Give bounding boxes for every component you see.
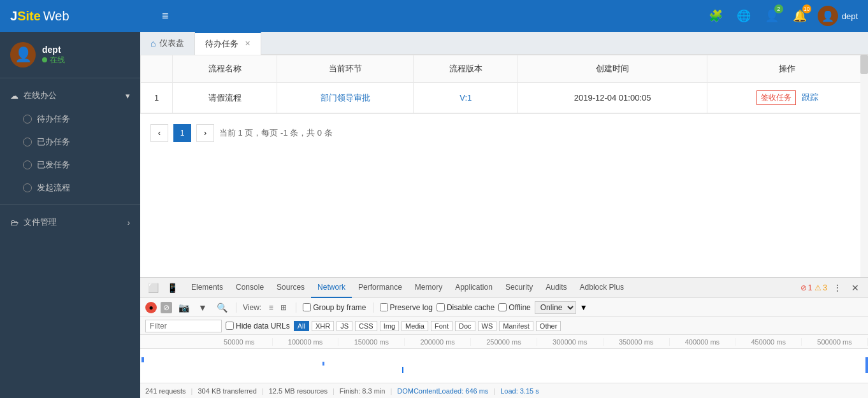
- col-action: 操作: [707, 55, 867, 83]
- sep2: |: [262, 387, 264, 395]
- device-icon[interactable]: 📱: [164, 280, 180, 295]
- separator-3: [373, 302, 373, 313]
- camera-button[interactable]: 📷: [176, 300, 191, 315]
- tab-dashboard[interactable]: ⌂ 仪表盘: [140, 32, 195, 55]
- status-bar: 241 requests | 304 KB transferred | 12.5…: [140, 383, 868, 398]
- col-index: [141, 55, 173, 83]
- next-page-button[interactable]: ›: [196, 124, 214, 142]
- main-layout: 👤 dept 在线 ☁ 在线办公 ▾ 待办任务: [0, 32, 868, 398]
- filter-media-button[interactable]: Media: [401, 321, 428, 331]
- filter-input[interactable]: [145, 320, 222, 332]
- record-button[interactable]: ●: [145, 302, 157, 313]
- filter-font-button[interactable]: Font: [431, 321, 452, 331]
- inspect-icon[interactable]: ⬜: [145, 280, 161, 295]
- timeline-bar-mid1: [322, 362, 324, 366]
- version-link[interactable]: V:1: [459, 93, 472, 103]
- filter-other-button[interactable]: Other: [536, 321, 561, 331]
- header-right: 🧩 🌐 👤 2 🔔 10 👤 dept: [705, 6, 858, 26]
- user-area[interactable]: 👤 dept: [818, 6, 858, 26]
- devtools-tab-performance[interactable]: Performance: [352, 278, 409, 298]
- filter-all-button[interactable]: All: [294, 321, 309, 331]
- puzzle-icon[interactable]: 🧩: [705, 6, 726, 26]
- filter-xhr-button[interactable]: XHR: [312, 321, 334, 331]
- office-label: 在线办公: [24, 90, 57, 101]
- offline-label[interactable]: Offline: [498, 303, 530, 312]
- devtools-tab-elements[interactable]: Elements: [185, 278, 229, 298]
- hide-data-urls-checkbox[interactable]: [226, 322, 234, 330]
- view-icons: ≡ ⊞: [265, 302, 289, 313]
- disable-cache-checkbox[interactable]: [437, 303, 445, 311]
- sign-task-button[interactable]: 签收任务: [756, 90, 796, 105]
- chevron-down-icon: ▾: [126, 91, 130, 101]
- sidebar-item-sent[interactable]: 已发任务: [0, 153, 140, 176]
- devtools-tab-sources[interactable]: Sources: [270, 278, 311, 298]
- separator-1: [236, 302, 236, 313]
- devtools-tab-adblock[interactable]: Adblock Plus: [574, 278, 630, 298]
- sidebar-item-pending[interactable]: 待办任务: [0, 108, 140, 131]
- filter-ws-button[interactable]: WS: [478, 321, 497, 331]
- preserve-log-label[interactable]: Preserve log: [380, 303, 433, 312]
- page-1-button[interactable]: 1: [173, 124, 191, 142]
- folder-icon: 🗁: [10, 218, 18, 227]
- filter-button[interactable]: ▼: [195, 300, 210, 315]
- filter-css-button[interactable]: CSS: [355, 321, 377, 331]
- pending-circle-icon: [23, 115, 32, 124]
- prev-page-button[interactable]: ‹: [150, 124, 168, 142]
- ruler-200000ms: 200000 ms: [405, 338, 471, 346]
- devtools-close-button[interactable]: ✕: [848, 280, 863, 295]
- main-content: 流程名称 当前环节 流程版本 创建时间 操作 1 请假流程 部门领导审批: [140, 55, 868, 277]
- ruler-400000ms: 400000 ms: [670, 338, 736, 346]
- timeline-area: 50000 ms 100000 ms 150000 ms 200000 ms 2…: [140, 335, 868, 383]
- nav-section-office: ☁ 在线办公 ▾ 待办任务 已办任务 已发任务 发起流程: [0, 78, 140, 204]
- clear-button[interactable]: ⊘: [161, 302, 172, 313]
- group-by-frame-label[interactable]: Group by frame: [303, 303, 366, 312]
- user-avatar: 👤: [818, 6, 838, 26]
- nav-group-files[interactable]: 🗁 文件管理 ›: [0, 210, 140, 234]
- tab-close-button[interactable]: ✕: [245, 39, 250, 48]
- dom-loaded-link[interactable]: DOMContentLoaded: 646 ms: [397, 387, 488, 395]
- ruler-50000ms: 50000 ms: [206, 338, 273, 346]
- home-icon: ⌂: [150, 38, 156, 48]
- bell-icon[interactable]: 🔔 10: [790, 6, 810, 26]
- current-step-link[interactable]: 部门领导审批: [321, 93, 370, 103]
- timeline-bar-mid2: [402, 367, 403, 373]
- scroll-thumb[interactable]: [860, 55, 868, 74]
- devtools-tab-audits[interactable]: Audits: [539, 278, 573, 298]
- devtools-tab-memory[interactable]: Memory: [409, 278, 449, 298]
- preserve-log-checkbox[interactable]: [380, 303, 388, 311]
- throttle-select[interactable]: Online: [535, 301, 576, 314]
- filter-img-button[interactable]: Img: [380, 321, 399, 331]
- list-view-icon[interactable]: ≡: [265, 302, 277, 313]
- hamburger-button[interactable]: ≡: [157, 7, 174, 25]
- devtools-tab-security[interactable]: Security: [499, 278, 539, 298]
- timeline-bar-end: [865, 357, 868, 373]
- track-link[interactable]: 跟踪: [802, 92, 818, 102]
- ruler-250000ms: 250000 ms: [471, 338, 537, 346]
- load-link[interactable]: Load: 3.15 s: [500, 387, 539, 395]
- sidebar-item-done[interactable]: 已办任务: [0, 131, 140, 153]
- grid-view-icon[interactable]: ⊞: [278, 302, 289, 313]
- resources-size: 12.5 MB resources: [269, 387, 328, 395]
- devtools-tab-console[interactable]: Console: [229, 278, 270, 298]
- nav-group-office[interactable]: ☁ 在线办公 ▾: [0, 83, 140, 108]
- page-info: 当前 1 页，每页 -1 条，共 0 条: [219, 127, 333, 139]
- offline-checkbox[interactable]: [498, 303, 507, 311]
- files-label: 文件管理: [24, 217, 57, 228]
- hide-data-urls-label[interactable]: Hide data URLs: [226, 322, 290, 330]
- devtools-tab-network[interactable]: Network: [311, 278, 352, 298]
- dropdown-icon[interactable]: ▼: [580, 303, 588, 312]
- filter-js-button[interactable]: JS: [336, 321, 352, 331]
- tab-pending[interactable]: 待办任务 ✕: [195, 32, 261, 55]
- user-icon[interactable]: 👤 2: [762, 6, 782, 26]
- devtools-tab-application[interactable]: Application: [449, 278, 499, 298]
- search-button[interactable]: 🔍: [214, 300, 229, 315]
- start-circle-icon: [23, 183, 32, 192]
- devtools-more-icon[interactable]: ⋮: [830, 280, 845, 295]
- filter-doc-button[interactable]: Doc: [455, 321, 475, 331]
- group-by-frame-checkbox[interactable]: [303, 303, 311, 311]
- globe-icon[interactable]: 🌐: [734, 6, 754, 26]
- sidebar-item-start[interactable]: 发起流程: [0, 176, 140, 199]
- disable-cache-label[interactable]: Disable cache: [437, 303, 495, 312]
- filter-manifest-button[interactable]: Manifest: [499, 321, 533, 331]
- scroll-track[interactable]: [860, 55, 868, 277]
